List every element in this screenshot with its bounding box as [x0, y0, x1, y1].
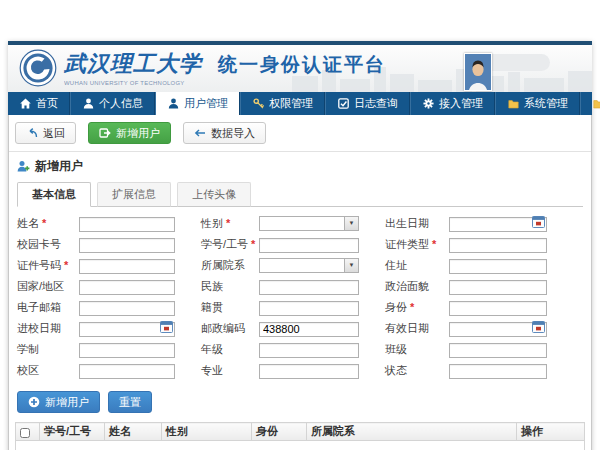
folder-icon: [508, 98, 519, 109]
col-operation: 操作: [517, 423, 585, 441]
chevron-down-icon: ▼: [344, 259, 358, 272]
nav-item-access-management[interactable]: 接入管理: [411, 92, 496, 115]
screen: 武汉理工大学 统一身份认证平台 WUHAN UNIVERSITY OF TECH…: [0, 0, 600, 450]
nav-item-permission-management[interactable]: 权限管理: [241, 92, 326, 115]
users-icon: [168, 98, 179, 109]
required-marker: *: [226, 217, 230, 229]
reset-button[interactable]: 重置: [108, 391, 152, 413]
plus-circle-icon: [28, 396, 40, 408]
folder-icon: [593, 98, 600, 109]
empty-table-row: [16, 441, 585, 450]
required-marker: *: [410, 301, 414, 313]
required-marker: *: [64, 259, 68, 271]
user-avatar[interactable]: [464, 53, 492, 91]
results-table: 学号/工号 姓名 性别 身份 所属院系 操作: [15, 422, 585, 450]
calendar-icon[interactable]: [532, 215, 545, 228]
form-row: 证件号码* 所属院系 ▼ 住址: [17, 256, 591, 274]
nav-item-user-management[interactable]: 用户管理: [156, 92, 241, 115]
required-marker: *: [251, 238, 255, 250]
col-name: 姓名: [105, 423, 162, 441]
add-user-icon: [99, 127, 111, 139]
table-header-row: 学号/工号 姓名 性别 身份 所属院系 操作: [16, 423, 585, 441]
email-input[interactable]: [79, 301, 175, 316]
postal-code-input[interactable]: [259, 322, 359, 337]
calendar-icon[interactable]: [160, 320, 173, 333]
col-student-id: 学号/工号: [40, 423, 105, 441]
form-row: 校区 专业 状态: [17, 361, 591, 379]
native-place-input[interactable]: [259, 301, 359, 316]
col-gender: 性别: [162, 423, 252, 441]
main-content: 返回 新增用户 数据导入 新增用户: [8, 115, 592, 450]
department-label: 所属院系: [201, 258, 259, 273]
id-number-input[interactable]: [79, 259, 175, 274]
page-title: 统一身份认证平台: [218, 52, 386, 78]
nav-item-subscription-management[interactable]: 订阅管理: [581, 92, 600, 115]
identity-input[interactable]: [449, 301, 547, 316]
country-region-input[interactable]: [79, 280, 175, 295]
add-user-submit-button[interactable]: 新增用户: [17, 391, 100, 413]
main-nav: 首页 个人信息 用户管理 权限管理 日志查询 接入管理: [8, 92, 592, 115]
toolbar: 返回 新增用户 数据导入: [9, 115, 591, 151]
col-identity: 身份: [252, 423, 307, 441]
id-number-label: 证件号码*: [17, 258, 79, 273]
brand: 武汉理工大学 统一身份认证平台 WUHAN UNIVERSITY OF TECH…: [19, 49, 386, 90]
key-icon: [253, 98, 264, 109]
identity-label: 身份*: [385, 300, 449, 315]
class-label: 班级: [385, 342, 449, 357]
student-id-label: 学号/工号*: [201, 237, 259, 252]
email-label: 电子邮箱: [17, 300, 79, 315]
gender-select[interactable]: ▼: [259, 216, 359, 231]
ethnicity-label: 民族: [201, 279, 259, 294]
app-header: 武汉理工大学 统一身份认证平台 WUHAN UNIVERSITY OF TECH…: [8, 45, 592, 92]
major-input[interactable]: [259, 364, 359, 379]
add-user-toolbar-button[interactable]: 新增用户: [88, 122, 171, 144]
form-actions: 新增用户 重置: [9, 387, 591, 420]
ethnicity-input[interactable]: [259, 280, 359, 295]
university-name: 武汉理工大学: [64, 49, 202, 79]
nav-item-system-management[interactable]: 系统管理: [496, 92, 581, 115]
tab-upload-avatar[interactable]: 上传头像: [177, 182, 251, 207]
country-region-label: 国家/地区: [17, 279, 79, 294]
birth-date-label: 出生日期: [385, 216, 449, 231]
app-window: 武汉理工大学 统一身份认证平台 WUHAN UNIVERSITY OF TECH…: [8, 41, 592, 450]
calendar-icon[interactable]: [532, 320, 545, 333]
university-name-en: WUHAN UNIVERSITY OF TECHNOLOGY: [64, 80, 277, 87]
form-row: 校园卡号 学号/工号* 证件类型*: [17, 235, 591, 253]
gender-label: 性别*: [201, 216, 259, 231]
import-arrow-icon: [194, 128, 206, 138]
nav-item-home[interactable]: 首页: [8, 92, 71, 115]
form-row: 进校日期 邮政编码 有效日期: [17, 319, 591, 337]
grade-input[interactable]: [259, 343, 359, 358]
user-icon: [83, 98, 94, 109]
schooling-length-input[interactable]: [79, 343, 175, 358]
campus-card-input[interactable]: [79, 238, 175, 253]
gear-icon: [423, 98, 434, 109]
campus-input[interactable]: [79, 364, 175, 379]
header-highlight-decoration: [482, 54, 550, 71]
id-type-input[interactable]: [449, 238, 547, 253]
major-label: 专业: [201, 363, 259, 378]
student-id-input[interactable]: [259, 238, 359, 253]
status-input[interactable]: [449, 364, 547, 379]
nav-item-log-query[interactable]: 日志查询: [326, 92, 411, 115]
political-status-input[interactable]: [449, 280, 547, 295]
tab-extended-info[interactable]: 扩展信息: [97, 182, 171, 207]
form-row: 电子邮箱 籍贯 身份*: [17, 298, 591, 316]
back-arrow-icon: [26, 128, 38, 138]
valid-date-label: 有效日期: [385, 321, 449, 336]
form-row: 学制 年级 班级: [17, 340, 591, 358]
class-input[interactable]: [449, 343, 547, 358]
back-button[interactable]: 返回: [15, 122, 76, 144]
data-import-button[interactable]: 数据导入: [183, 122, 266, 144]
log-search-icon: [338, 98, 349, 109]
select-all-checkbox[interactable]: [20, 428, 30, 438]
home-icon: [20, 98, 31, 109]
department-select[interactable]: ▼: [259, 258, 359, 273]
name-input[interactable]: [79, 217, 175, 232]
required-marker: *: [432, 238, 436, 250]
nav-item-profile[interactable]: 个人信息: [71, 92, 156, 115]
status-label: 状态: [385, 363, 449, 378]
address-input[interactable]: [449, 259, 547, 274]
tab-basic-info[interactable]: 基本信息: [17, 182, 91, 207]
new-user-form: 姓名* 性别* ▼ 出生日期 校园卡号 学号/工号* 证件类型*: [9, 207, 591, 387]
